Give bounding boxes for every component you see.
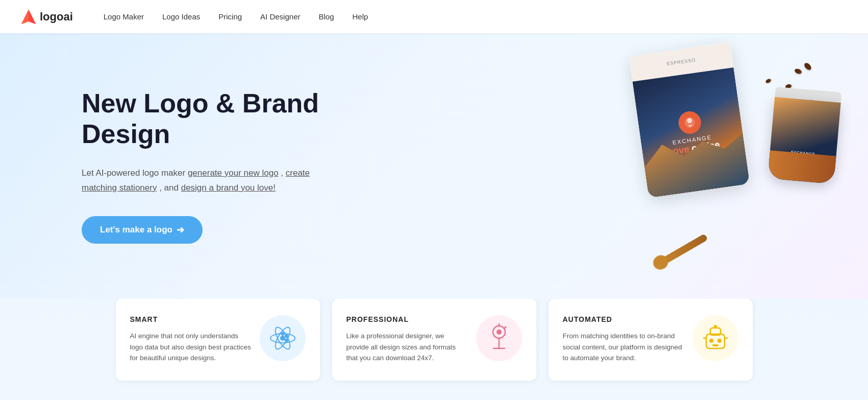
cta-arrow-icon: ➔ — [177, 224, 184, 236]
coffee-brand-name: Love coffee — [666, 139, 721, 157]
feature-text-smart: SMART AI engine that not only understand… — [130, 315, 252, 364]
feature-desc-auto: From matching identities to on-brand soc… — [563, 331, 684, 364]
bag-top: ESPRESSO — [629, 42, 733, 81]
coffee-spoon — [660, 233, 708, 265]
feature-card-automated: AUTOMATED From matching identities to on… — [549, 299, 753, 381]
coffee-bean-4 — [807, 99, 814, 104]
cta-label: Let's make a logo — [100, 225, 172, 235]
svg-rect-15 — [712, 344, 718, 346]
feature-icon-professional — [476, 315, 522, 361]
cta-button[interactable]: Let's make a logo ➔ — [82, 216, 203, 244]
subtitle-before: Let AI-powered logo maker — [82, 168, 188, 178]
logo[interactable]: logoai — [20, 9, 73, 25]
hero-subtitle: Let AI-powered logo maker generate your … — [82, 166, 337, 196]
svg-point-14 — [717, 339, 722, 343]
atom-center — [280, 336, 285, 341]
coffee-suffix: coffee — [691, 139, 721, 154]
cup-lid — [775, 87, 841, 103]
nav-pricing[interactable]: Pricing — [218, 12, 242, 21]
svg-point-3 — [684, 117, 696, 129]
hero-section: New Logo & Brand Design Let AI-powered l… — [0, 33, 868, 299]
coffee-bean-5 — [765, 78, 772, 84]
feature-icon-smart — [260, 315, 306, 361]
svg-point-4 — [686, 117, 692, 123]
coffee-scene: ESPRESSO EXCHANGE Love coffee — [608, 38, 842, 294]
cup-brand-text: EXCHANGE Love coffee — [790, 150, 815, 167]
feature-desc-pro: Like a professional designer, we provide… — [346, 331, 468, 364]
coffee-bean-1 — [794, 68, 802, 75]
bag-body: EXCHANGE Love coffee — [632, 67, 750, 198]
design-stand-icon — [484, 323, 514, 354]
svg-point-6 — [497, 330, 502, 335]
feature-tag-auto: AUTOMATED — [563, 315, 684, 323]
cup-body: EXCHANGE Love coffee — [767, 97, 840, 184]
feature-card-smart: SMART AI engine that not only understand… — [116, 299, 320, 381]
nav-logo-ideas[interactable]: Logo Ideas — [162, 12, 200, 21]
subtitle-and: , and — [159, 183, 181, 193]
feature-tag-pro: PROFESSIONAL — [346, 315, 468, 323]
coffee-cup: EXCHANGE Love coffee — [767, 87, 842, 195]
svg-marker-1 — [21, 9, 29, 23]
logo-text: logoai — [40, 10, 73, 23]
coffee-bag: ESPRESSO EXCHANGE Love coffee — [629, 42, 750, 198]
svg-point-19 — [714, 325, 717, 328]
coffee-logo-icon — [677, 110, 703, 135]
subtitle-link-generate[interactable]: generate your new logo — [188, 168, 279, 178]
features-section: SMART AI engine that not only understand… — [0, 299, 868, 400]
coffee-bean-2 — [785, 84, 792, 89]
nav-blog[interactable]: Blog — [318, 12, 334, 21]
bag-label: ESPRESSO — [666, 57, 696, 66]
coffee-bean-3 — [803, 62, 812, 71]
hero-content: New Logo & Brand Design Let AI-powered l… — [82, 88, 367, 243]
feature-text-auto: AUTOMATED From matching identities to on… — [563, 315, 684, 364]
coffee-brand-exchange: EXCHANGE — [672, 134, 712, 146]
svg-line-8 — [504, 326, 506, 328]
feature-card-professional: PROFESSIONAL Like a professional designe… — [332, 299, 536, 381]
nav-help[interactable]: Help — [353, 12, 368, 21]
subtitle-middle: , — [281, 168, 285, 178]
hero-title: New Logo & Brand Design — [82, 88, 367, 150]
navbar: logoai Logo Maker Logo Ideas Pricing AI … — [0, 0, 868, 33]
feature-tag-smart: SMART — [130, 315, 252, 323]
nav-links: Logo Maker Logo Ideas Pricing AI Designe… — [104, 12, 368, 21]
bag-leaves-decoration — [642, 133, 750, 198]
logo-icon — [20, 9, 37, 25]
svg-marker-2 — [29, 9, 36, 23]
feature-desc-smart: AI engine that not only understands logo… — [130, 331, 252, 364]
nav-logo-maker[interactable]: Logo Maker — [104, 12, 144, 21]
nav-ai-designer[interactable]: AI Designer — [260, 12, 300, 21]
feature-icon-automated — [692, 315, 738, 361]
svg-point-13 — [709, 339, 713, 343]
hero-image: ESPRESSO EXCHANGE Love coffee — [582, 33, 868, 299]
robot-icon — [700, 323, 731, 354]
feature-text-pro: PROFESSIONAL Like a professional designe… — [346, 315, 468, 364]
cup-sleeve — [767, 150, 836, 184]
subtitle-link-brand[interactable]: design a brand you love! — [181, 183, 276, 193]
coffee-bean-6 — [799, 108, 807, 116]
coffee-love: Love — [666, 144, 690, 157]
atom-icon — [267, 323, 298, 354]
